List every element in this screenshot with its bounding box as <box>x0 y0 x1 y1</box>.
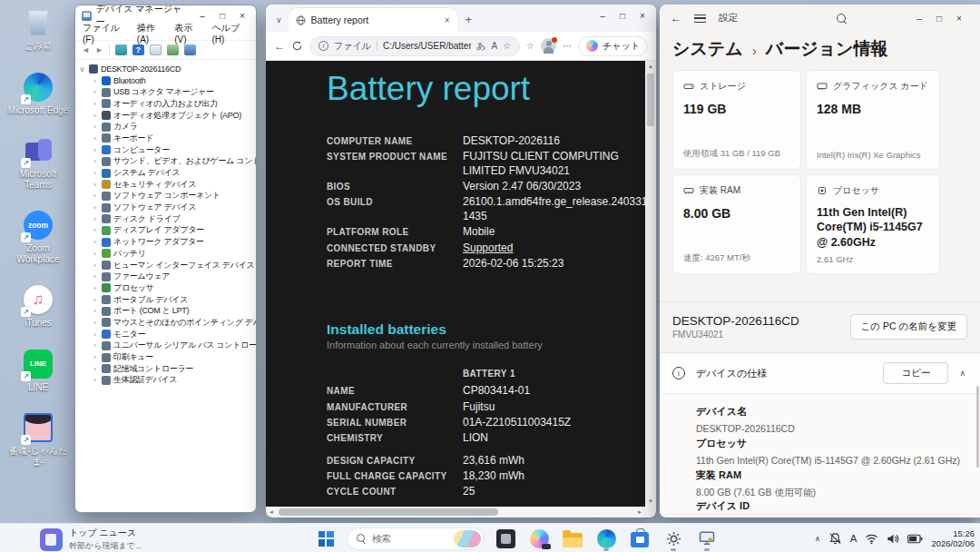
tree-row[interactable]: › オーディオの入力および出力 <box>78 98 256 110</box>
settings-taskbar-button[interactable] <box>661 526 686 551</box>
scan-hardware-icon[interactable] <box>167 44 179 55</box>
volume-icon[interactable] <box>887 533 899 545</box>
chevron-right-icon[interactable]: › <box>91 296 99 304</box>
tree-row[interactable]: › ディスプレイ アダプター <box>78 225 256 237</box>
reload-icon[interactable] <box>291 40 303 52</box>
tree-row[interactable]: › USB コネクタ マネージャー <box>78 86 256 98</box>
widgets-button[interactable]: トップ ニュース 幹部から現場まで... <box>40 527 142 552</box>
tree-row[interactable]: › カメラ <box>78 121 256 133</box>
breadcrumb-system[interactable]: システム <box>672 37 743 61</box>
minimize-button[interactable]: – <box>593 8 612 23</box>
back-icon[interactable]: ← <box>671 12 681 25</box>
tree-row[interactable]: › ソフトウェア コンポーネント <box>78 191 256 202</box>
horizontal-scrollbar[interactable]: ◄ ► <box>266 507 645 518</box>
desktop-icon-zoom[interactable]: zoom ↗ Zoom Workplace <box>7 210 69 264</box>
battery-icon[interactable] <box>907 533 923 545</box>
tree-row[interactable]: › ネットワーク アダプター <box>78 236 256 248</box>
store-button[interactable] <box>627 526 652 551</box>
tree-row[interactable]: › システム デバイス <box>78 167 256 179</box>
scroll-down-icon[interactable]: ▼ <box>645 496 656 507</box>
do-not-disturb-bell-icon[interactable] <box>828 532 842 546</box>
chevron-up-icon[interactable]: ∧ <box>959 369 967 378</box>
help-icon[interactable]: ? <box>132 44 144 55</box>
chevron-right-icon[interactable]: › <box>91 330 99 339</box>
chevron-right-icon[interactable]: › <box>91 146 99 154</box>
chevron-right-icon[interactable]: › <box>91 376 99 384</box>
tab-close-icon[interactable]: × <box>445 15 450 25</box>
chevron-right-icon[interactable]: › <box>91 157 99 165</box>
copy-button[interactable]: コピー <box>883 362 948 384</box>
chevron-right-icon[interactable]: › <box>91 341 99 350</box>
copilot-chat-button[interactable]: チャット <box>578 36 648 56</box>
tree-row[interactable]: › バッテリ <box>78 248 256 260</box>
copilot-button[interactable] <box>526 526 552 551</box>
close-button[interactable]: × <box>949 11 969 25</box>
chevron-right-icon[interactable]: › <box>91 353 99 361</box>
wifi-icon[interactable] <box>865 533 878 545</box>
chevron-right-icon[interactable]: › <box>91 215 99 223</box>
task-view-button[interactable] <box>493 526 518 551</box>
chevron-down-icon[interactable]: ∨ <box>78 65 86 74</box>
scroll-up-icon[interactable]: ▲ <box>645 61 656 72</box>
chevron-right-icon[interactable]: › <box>91 250 99 258</box>
close-button[interactable]: × <box>632 8 652 23</box>
chevron-right-icon[interactable]: › <box>91 365 99 373</box>
console-window-icon[interactable] <box>115 44 127 55</box>
tree-row[interactable]: › 生体認証デバイス <box>78 375 256 387</box>
chevron-right-icon[interactable]: › <box>91 238 99 246</box>
menu-file[interactable]: ファイル(F) <box>83 22 127 44</box>
settings-titlebar[interactable]: ← 設定 – □ × <box>660 5 980 32</box>
start-button[interactable] <box>313 526 338 551</box>
tree-row[interactable]: › ポータブル デバイス <box>78 294 256 306</box>
site-info-icon[interactable]: i <box>318 41 328 51</box>
horizontal-scroll-thumb[interactable] <box>279 508 498 516</box>
chevron-right-icon[interactable]: › <box>91 77 99 85</box>
search-icon[interactable] <box>837 14 847 24</box>
chevron-right-icon[interactable]: › <box>91 319 99 327</box>
menu-help[interactable]: ヘルプ(H) <box>211 22 249 44</box>
tree-row[interactable]: › モニター <box>78 329 256 340</box>
favorites-icon[interactable]: ☆ <box>526 41 534 51</box>
favorite-star-icon[interactable]: ☆ <box>503 41 511 51</box>
desktop-icon-edge[interactable]: ↗ Microsoft Edge <box>7 72 69 116</box>
search-highlight-image[interactable] <box>454 530 481 547</box>
chevron-right-icon[interactable]: › <box>91 88 99 96</box>
chevron-right-icon[interactable]: › <box>91 261 99 270</box>
file-explorer-button[interactable] <box>560 526 585 551</box>
new-tab-button[interactable]: + <box>457 13 481 32</box>
tree-row[interactable]: › ヒューマン インターフェイス デバイス <box>78 260 256 271</box>
tree-root-row[interactable]: ∨ DESKTOP-2026116CD <box>78 64 256 75</box>
tree-row[interactable]: › ポート (COM と LPT) <box>78 305 256 317</box>
maximize-button[interactable]: □ <box>612 8 632 23</box>
chevron-right-icon[interactable]: › <box>91 307 99 315</box>
desktop-icon-line[interactable]: LINE ↗ LINE <box>7 349 69 393</box>
desktop-icon-teams[interactable]: ↗ Microsoft Teams <box>7 135 69 190</box>
desktop-icon-recycle-bin[interactable]: ごみ箱 <box>7 7 69 52</box>
tree-row[interactable]: › ユニバーサル シリアル バス コントローラー <box>78 340 256 352</box>
maximize-button[interactable]: □ <box>929 11 949 25</box>
tree-row[interactable]: › 印刷キュー <box>78 351 256 363</box>
chevron-right-icon[interactable]: › <box>91 123 99 131</box>
chevron-right-icon[interactable]: › <box>91 134 99 143</box>
tree-row[interactable]: › プロセッサ <box>78 282 256 294</box>
tab-battery-report[interactable]: Battery report × <box>289 8 457 32</box>
translate-icon[interactable]: あ <box>476 40 485 53</box>
chevron-right-icon[interactable]: › <box>91 181 99 189</box>
settings-scroll-thumb[interactable] <box>976 386 979 468</box>
expander-header[interactable]: i デバイスの仕様 コピー ∧ <box>660 353 980 393</box>
desktop-icon-itunes[interactable]: ♫ ↗ iTunes <box>7 284 69 329</box>
scroll-right-icon[interactable]: ► <box>634 507 645 518</box>
profile-avatar[interactable] <box>541 38 556 54</box>
tree-row[interactable]: › ファームウェア <box>78 271 256 282</box>
scroll-left-icon[interactable]: ◄ <box>266 507 277 518</box>
menu-action[interactable]: 操作(A) <box>137 22 164 44</box>
tree-row[interactable]: › キーボード <box>78 133 256 144</box>
tree-row[interactable]: › セキュリティ デバイス <box>78 179 256 191</box>
properties-icon[interactable] <box>150 44 162 55</box>
tree-row[interactable]: › サウンド、ビデオ、およびゲーム コントローラー <box>78 156 256 168</box>
chevron-right-icon[interactable]: › <box>91 272 99 281</box>
more-menu-icon[interactable]: ⋯ <box>563 41 572 51</box>
hidden-icons-chevron[interactable]: ∧ <box>815 535 820 543</box>
forward-icon[interactable]: ► <box>95 45 103 54</box>
vertical-scrollbar[interactable]: ▲ ▼ <box>645 61 656 507</box>
